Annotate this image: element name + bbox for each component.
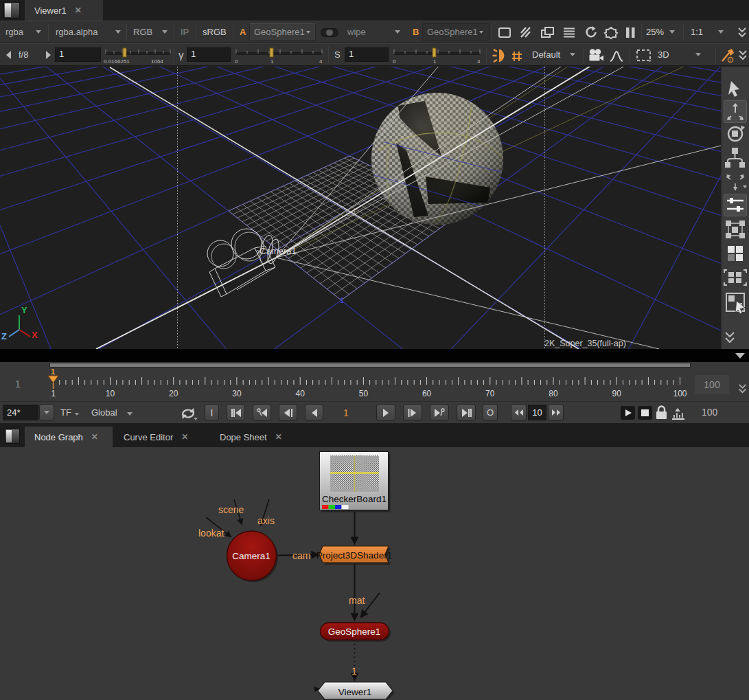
svg-text:cam: cam [292, 550, 310, 561]
svg-text:Camera1: Camera1 [232, 551, 270, 561]
svg-text:70: 70 [485, 389, 495, 398]
svg-text:1064: 1064 [151, 58, 163, 65]
svg-text:lookat: lookat [198, 528, 224, 539]
svg-text:0: 0 [393, 58, 396, 65]
svg-text:scene: scene [218, 504, 244, 515]
svg-text:50: 50 [359, 389, 369, 398]
svg-text:mat: mat [349, 595, 365, 606]
svg-text:80: 80 [549, 389, 558, 398]
svg-text:1: 1 [433, 58, 437, 65]
svg-text:X: X [32, 330, 38, 340]
svg-text:1: 1 [352, 666, 357, 677]
svg-text:30: 30 [232, 389, 242, 398]
svg-text:axis: axis [257, 515, 275, 526]
svg-text:Y: Y [21, 305, 27, 315]
svg-text:20: 20 [169, 389, 178, 398]
svg-text:1: 1 [51, 389, 56, 398]
svg-text:40: 40 [296, 389, 306, 398]
svg-text:100: 100 [673, 389, 687, 398]
svg-text:10: 10 [106, 389, 115, 398]
svg-text:4: 4 [477, 58, 481, 65]
svg-text:i: i [730, 58, 731, 63]
svg-text:Viewer1: Viewer1 [338, 687, 372, 697]
svg-text:CheckerBoard1: CheckerBoard1 [322, 494, 387, 504]
svg-text:GeoSphere1: GeoSphere1 [328, 626, 381, 637]
svg-text:60: 60 [422, 389, 432, 398]
svg-text:2K_Super_35(full-ap): 2K_Super_35(full-ap) [544, 339, 626, 348]
svg-text:Z: Z [1, 331, 7, 341]
svg-text:0.0166251: 0.0166251 [104, 58, 130, 65]
svg-text:Project3DShader1: Project3DShader1 [316, 550, 392, 561]
svg-text:90: 90 [612, 389, 622, 398]
svg-text:1: 1 [270, 58, 274, 65]
svg-text:0: 0 [235, 58, 238, 65]
svg-text:4: 4 [319, 58, 323, 65]
svg-text:0.1: 0.1 [346, 209, 356, 217]
svg-text:›Camera1: ›Camera1 [257, 246, 297, 256]
svg-text:1: 1 [340, 296, 344, 304]
svg-text:1: 1 [51, 368, 55, 376]
